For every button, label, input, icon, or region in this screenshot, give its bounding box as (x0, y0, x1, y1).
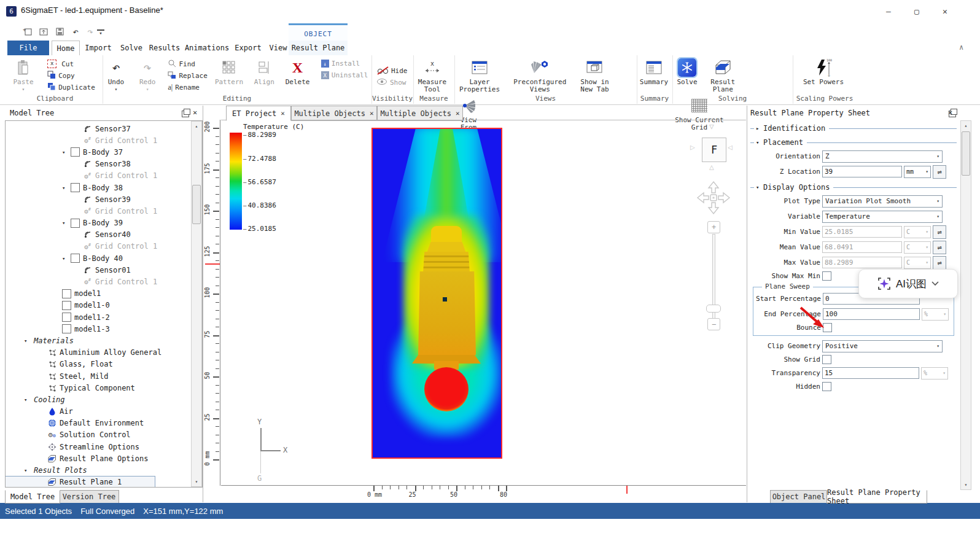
tree-item-glass-float[interactable]: Glass, Float (6, 359, 192, 370)
tab-import[interactable]: Import (81, 41, 115, 55)
expanded-arrow-icon[interactable]: ▾ (756, 184, 763, 190)
z-location-unit-dropdown[interactable]: mm▾ (904, 166, 931, 178)
minimize-button[interactable]: — (879, 5, 898, 17)
duplicate-button[interactable]: Duplicate (47, 82, 95, 93)
scroll-up-icon[interactable]: ▴ (192, 122, 201, 131)
section-identification[interactable]: ▸ Identification (750, 122, 959, 134)
tree-item-sensor01[interactable]: Sensor01 (6, 264, 192, 276)
tree-item-grid-control-1[interactable]: ⚙#Grid Control 1 (6, 170, 192, 182)
tab-export[interactable]: Export (232, 41, 264, 55)
tree-item-sensor38[interactable]: Sensor38 (6, 158, 192, 170)
ai-recognition-overlay-button[interactable]: AI识图 (858, 269, 958, 298)
tree-item-streamline-options[interactable]: Streamline Options (6, 441, 192, 453)
scrollbar-thumb[interactable] (962, 131, 970, 176)
section-display-options[interactable]: ▾ Display Options (750, 181, 959, 193)
cut-button[interactable]: x Cut (47, 58, 95, 70)
tree-checkbox[interactable] (62, 289, 71, 298)
tree-item-model1-3[interactable]: model1-3 (6, 323, 192, 335)
measure-tool-button[interactable]: x Measure Tool (413, 55, 451, 93)
customize-toolbar-button[interactable]: ▾ (97, 29, 104, 36)
uninstall-button[interactable]: X Uninstall (321, 69, 368, 81)
tree-item-sensor39[interactable]: Sensor39 (6, 193, 192, 205)
rotate-down-icon[interactable]: ▽ (709, 122, 714, 131)
undo-dropdown-arrow[interactable]: ▾ (115, 86, 118, 93)
float-panel-icon[interactable] (182, 111, 189, 117)
result-plane-button[interactable]: Result Plane (706, 55, 739, 93)
expander-icon[interactable]: ▾ (62, 220, 71, 226)
tree-item-default-environment[interactable]: Default Environment (6, 418, 192, 429)
summary-button[interactable]: Summary (637, 55, 671, 86)
tree-item-solution-control[interactable]: ⚙⚙Solution Control (6, 429, 192, 441)
expander-icon[interactable]: ▾ (62, 149, 71, 155)
tree-item-typical-component[interactable]: Typical Component (6, 382, 192, 394)
redo-quick-button[interactable]: ↷ (84, 25, 97, 38)
tree-item-grid-control-1[interactable]: ⚙#Grid Control 1 (6, 241, 192, 252)
solve-button[interactable]: Solve (672, 55, 702, 86)
align-button[interactable]: Align (251, 55, 278, 86)
rotate-up-icon[interactable]: △ (709, 162, 714, 171)
collapse-ribbon-button[interactable]: ∧ (959, 43, 963, 52)
expander-icon[interactable]: ▾ (62, 185, 71, 191)
section-placement[interactable]: ▾ Placement (750, 136, 959, 149)
show-grid-checkbox[interactable] (822, 355, 831, 364)
end-percentage-input[interactable] (823, 308, 920, 320)
scroll-down-icon[interactable]: ▾ (192, 477, 201, 486)
tree-checkbox[interactable] (71, 147, 80, 157)
hide-button[interactable]: Hide (376, 65, 408, 77)
tab-object-panel[interactable]: Object Panel (770, 490, 828, 504)
tree-item-model1[interactable]: model1 (6, 288, 192, 300)
tree-item-b-body-38[interactable]: ▾B-Body 38 (6, 182, 192, 193)
tab-home[interactable]: Home (52, 41, 80, 55)
maximize-button[interactable]: ▢ (908, 5, 926, 17)
tree-checkbox[interactable] (62, 313, 71, 322)
preconfigured-views-button[interactable]: Preconfigured Views (509, 55, 570, 93)
tree-item-result-plane-options[interactable]: Result Plane Options (6, 453, 192, 464)
z-location-input[interactable] (822, 166, 902, 177)
zoom-slider-thumb[interactable] (706, 305, 721, 313)
copy-button[interactable]: Copy (47, 70, 95, 82)
clip-geometry-dropdown[interactable]: Positive▾ (822, 340, 943, 352)
tree-item-grid-control-1[interactable]: ⚙#Grid Control 1 (6, 205, 192, 217)
redo-button[interactable]: ↷ Redo ▾ (134, 55, 161, 93)
plot-type-dropdown[interactable]: Variation Plot Smooth▾ (822, 195, 943, 208)
tree-item-materials[interactable]: ▾Materials (6, 335, 192, 346)
tree-checkbox[interactable] (62, 301, 71, 310)
tree-item-sensor37[interactable]: Sensor37 (6, 123, 192, 134)
tree-item-model1-0[interactable]: model1-0 (6, 300, 192, 311)
tree-checkbox[interactable] (71, 183, 80, 192)
close-panel-icon[interactable]: ✕ (193, 108, 197, 117)
tree-item-sensor40[interactable]: Sensor40 (6, 229, 192, 241)
tree-item-steel-mild[interactable]: Steel, Mild (6, 370, 192, 382)
tree-checkbox[interactable] (71, 254, 80, 263)
new-model-button[interactable]: + (21, 25, 34, 38)
model-tree-scrollbar[interactable]: ▴ ▾ (191, 121, 202, 487)
thermal-plot-canvas[interactable] (371, 128, 502, 459)
paste-button[interactable]: Paste ▾ (7, 55, 39, 93)
right-splitter[interactable] (747, 106, 747, 502)
paste-dropdown-arrow[interactable]: ▾ (22, 86, 25, 93)
transparency-input[interactable] (822, 367, 919, 379)
zoom-out-button[interactable]: − (707, 318, 720, 330)
find-button[interactable]: Find (168, 58, 207, 70)
tree-item-grid-control-1[interactable]: ⚙#Grid Control 1 (6, 276, 192, 287)
tree-item-aluminium-alloy-general[interactable]: Aluminium Alloy General (6, 347, 192, 359)
close-tab-icon[interactable]: ✕ (370, 109, 374, 117)
tree-item-result-plots[interactable]: ▾Result Plots (6, 464, 192, 476)
show-in-new-tab-button[interactable]: Show in New Tab (575, 55, 614, 93)
scroll-up-icon[interactable]: ▴ (961, 121, 971, 130)
close-panel-icon[interactable]: ✕ (948, 108, 952, 117)
close-button[interactable]: ✕ (936, 5, 954, 17)
tree-item-b-body-39[interactable]: ▾B-Body 39 (6, 217, 192, 229)
tab-solve[interactable]: Solve (117, 41, 146, 55)
tree-item-b-body-37[interactable]: ▾B-Body 37 (6, 146, 192, 158)
redo-dropdown-arrow[interactable]: ▾ (146, 86, 149, 93)
tab-file[interactable]: File (7, 41, 49, 55)
tab-version-tree[interactable]: Version Tree (59, 490, 119, 504)
tree-item-b-body-40[interactable]: ▾B-Body 40 (6, 252, 192, 264)
swap-units-button[interactable]: ⇌ (933, 165, 946, 179)
expander-icon[interactable]: ▾ (62, 255, 71, 262)
swap-units-button[interactable]: ⇌ (933, 256, 946, 270)
layer-properties-button[interactable]: Layer Properties (454, 55, 505, 93)
collapsed-arrow-icon[interactable]: ▸ (756, 125, 763, 131)
scrollbar-thumb[interactable] (192, 185, 201, 224)
